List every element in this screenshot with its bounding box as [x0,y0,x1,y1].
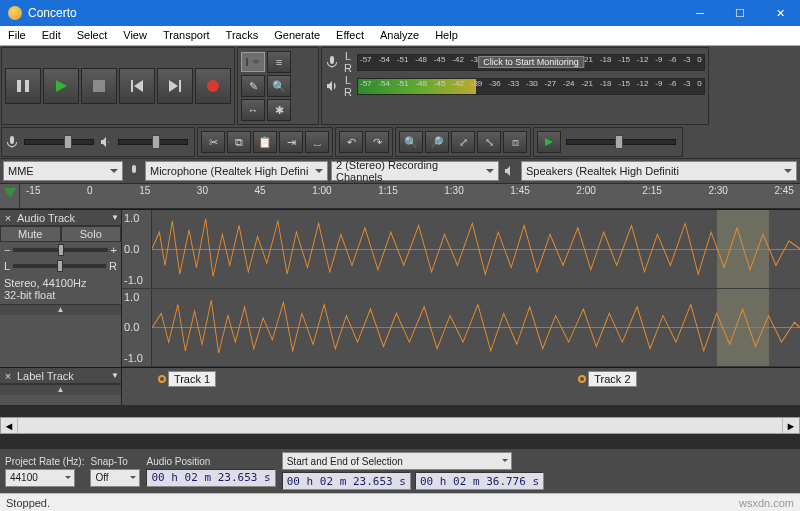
device-toolbar: MME Microphone (Realtek High Defini 2 (S… [0,158,800,183]
mic-icon [324,55,340,69]
trim-icon[interactable]: ⇥ [279,131,303,153]
status-text: Stopped. [6,497,50,509]
selection-mode-select[interactable]: Start and End of Selection [282,452,512,470]
skip-end-button[interactable] [157,68,193,104]
scroll-right-icon[interactable]: ► [782,418,799,433]
menu-effect[interactable]: Effect [328,26,372,45]
paste-icon[interactable]: 📋 [253,131,277,153]
playback-meter[interactable]: -57-54-51-48-45-42-39-36-33-30-27-24-21-… [357,78,705,95]
label-text[interactable]: Track 2 [588,371,636,387]
play-at-speed-button[interactable] [537,131,561,153]
menu-help[interactable]: Help [427,26,466,45]
menu-generate[interactable]: Generate [266,26,328,45]
label-pin-icon[interactable] [156,370,168,388]
channels-select[interactable]: 2 (Stereo) Recording Channels [331,161,499,181]
undo-icon[interactable]: ↶ [339,131,363,153]
selection-end-field[interactable]: 00 h 02 m 36.776 s [415,472,544,490]
zoom-toggle-icon[interactable]: ⧈ [503,131,527,153]
fit-selection-icon[interactable]: ⤢ [451,131,475,153]
label-pin-icon[interactable] [576,370,588,388]
play-meter-ticks: -57-54-51-48-45-42-39-36-33-30-27-24-21-… [358,79,704,94]
vruler-left: 1.00.0-1.0 [122,210,152,288]
toolbar-row-1: I ≡ ✎ 🔍 ↔ ✱ LR -57-54-51-48-45-42-39-36-… [0,46,800,126]
minimize-button[interactable]: ─ [680,0,720,26]
menu-analyze[interactable]: Analyze [372,26,427,45]
watermark: wsxdn.com [739,497,794,509]
scroll-trough[interactable] [18,418,782,433]
pinned-play-head-icon[interactable] [0,184,20,208]
audio-channel-left[interactable]: 1.00.0-1.0 [122,210,800,289]
solo-button[interactable]: Solo [61,226,122,242]
output-device-select[interactable]: Speakers (Realtek High Definiti [521,161,797,181]
pause-button[interactable] [5,68,41,104]
timeline-ruler[interactable]: -1501530451:001:151:301:452:002:152:302:… [0,183,800,209]
selection-tool-icon[interactable]: I [241,52,265,72]
playback-volume-slider[interactable] [118,139,188,145]
skip-start-button[interactable] [119,68,155,104]
mic-slider-icon [4,135,20,149]
label-text[interactable]: Track 1 [168,371,216,387]
project-rate-select[interactable]: 44100 [5,469,75,487]
track-collapse-icon[interactable]: ▲ [0,304,121,315]
fit-project-icon[interactable]: ⤡ [477,131,501,153]
snap-to-select[interactable]: Off [90,469,140,487]
menu-file[interactable]: File [0,26,34,45]
redo-icon[interactable]: ↷ [365,131,389,153]
record-button[interactable] [195,68,231,104]
audio-track-name[interactable]: Audio Track [14,212,111,224]
draw-tool-icon[interactable]: ✎ [241,75,265,97]
play-at-speed-toolbar [533,127,683,157]
cut-icon[interactable]: ✂ [201,131,225,153]
label-track-close-icon[interactable]: × [2,370,14,382]
silence-icon[interactable]: ⎵ [305,131,329,153]
label-item[interactable]: Track 1 [156,370,216,388]
svg-marker-5 [134,80,143,92]
playback-speed-slider[interactable] [566,139,676,145]
svg-marker-9 [545,138,553,146]
zoom-tool-icon[interactable]: 🔍 [267,75,291,97]
zoom-out-icon[interactable]: 🔎 [425,131,449,153]
audio-channel-right[interactable]: 1.00.0-1.0 [122,289,800,368]
svg-rect-1 [25,80,29,92]
copy-icon[interactable]: ⧉ [227,131,251,153]
label-item[interactable]: Track 2 [576,370,636,388]
menu-tracks[interactable]: Tracks [218,26,267,45]
menu-select[interactable]: Select [69,26,116,45]
audio-host-select[interactable]: MME [3,161,123,181]
label-track-name[interactable]: Label Track [14,370,111,382]
pan-slider[interactable] [13,264,106,268]
recording-volume-slider[interactable] [24,139,94,145]
label-track-collapse-icon[interactable]: ▲ [0,384,121,395]
label-track-body[interactable]: Track 1 Track 2 [122,368,800,405]
svg-marker-6 [169,80,178,92]
stop-button[interactable] [81,68,117,104]
audio-position-field[interactable]: 00 h 02 m 23.653 s [146,469,275,487]
multi-tool-icon[interactable]: ✱ [267,99,291,121]
label-track-menu-icon[interactable]: ▼ [111,371,119,380]
track-menu-icon[interactable]: ▼ [111,213,119,222]
audio-track-body[interactable]: 1.00.0-1.0 1.00.0-1.0 [122,210,800,367]
menu-view[interactable]: View [115,26,155,45]
zoom-in-icon[interactable]: 🔍 [399,131,423,153]
scroll-left-icon[interactable]: ◄ [1,418,18,433]
play-button[interactable] [43,68,79,104]
input-device-select[interactable]: Microphone (Realtek High Defini [145,161,328,181]
horizontal-scrollbar[interactable]: ◄ ► [0,417,800,434]
recording-meter[interactable]: -57-54-51-48-45-42-39-36-33-30-27-24-21-… [357,54,705,71]
maximize-button[interactable]: ☐ [720,0,760,26]
timeshift-tool-icon[interactable]: ↔ [241,99,265,121]
transport-toolbar [1,47,235,125]
gain-slider[interactable] [13,248,107,252]
svg-rect-7 [179,80,181,92]
close-button[interactable]: ✕ [760,0,800,26]
waveform-left[interactable] [152,210,800,288]
track-close-icon[interactable]: × [2,212,14,224]
mute-button[interactable]: Mute [0,226,61,242]
envelope-tool-icon[interactable]: ≡ [267,51,291,73]
menu-edit[interactable]: Edit [34,26,69,45]
pan-r-label: R [109,260,117,272]
svg-point-8 [207,80,219,92]
menu-transport[interactable]: Transport [155,26,218,45]
selection-start-field[interactable]: 00 h 02 m 23.653 s [282,472,411,490]
waveform-right[interactable] [152,289,800,367]
